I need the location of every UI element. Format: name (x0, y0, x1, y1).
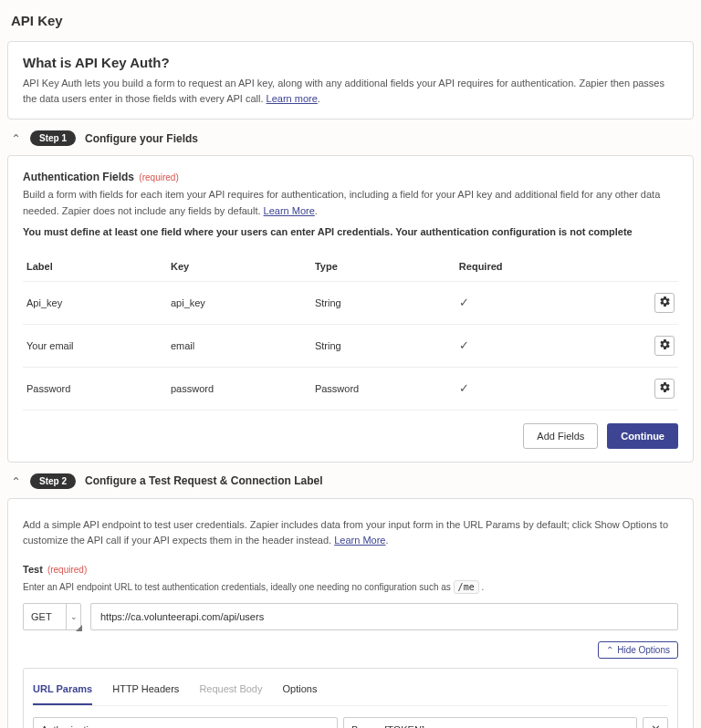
step1-header: ⌄ Step 1 Configure your Fields (7, 130, 694, 155)
field-key: email (167, 324, 311, 367)
field-label: Api_key (23, 281, 167, 324)
method-select[interactable]: GET ⌄ (23, 603, 81, 630)
test-desc-pre: Enter an API endpoint URL to test authen… (23, 582, 451, 592)
hide-options-label: Hide Options (617, 645, 670, 655)
test-heading: Test (23, 564, 43, 575)
check-icon: ✓ (459, 296, 469, 309)
add-fields-button[interactable]: Add Fields (523, 423, 598, 449)
gear-button[interactable] (654, 379, 675, 399)
tab-options[interactable]: Options (282, 678, 317, 705)
step1-title: Configure your Fields (85, 132, 198, 145)
request-row: GET ⌄ (23, 603, 678, 630)
test-desc: Enter an API endpoint URL to test authen… (23, 580, 678, 594)
method-value: GET (31, 611, 52, 622)
intro-title: What is API Key Auth? (23, 55, 678, 70)
remove-param-button[interactable]: ✕ (643, 717, 668, 728)
field-type: String (311, 324, 455, 367)
url-input[interactable] (90, 603, 678, 630)
step2-learn-more-link[interactable]: Learn More (334, 535, 385, 546)
check-icon: ✓ (459, 338, 469, 352)
gear-button[interactable] (654, 293, 675, 313)
step1-pill: Step 1 (30, 130, 76, 146)
chevron-down-icon[interactable]: ⌄ (11, 474, 21, 488)
param-value-input[interactable]: Bearer [TOKEN] (343, 717, 637, 728)
tab-http-headers[interactable]: HTTP Headers (112, 678, 179, 705)
chevron-up-icon: ⌃ (606, 645, 613, 655)
field-label: Password (23, 367, 167, 410)
step1-buttons: Add Fields Continue (23, 423, 678, 449)
table-row: Your emailemailString✓ (23, 324, 678, 367)
required-tag: (required) (47, 565, 87, 575)
field-type: Password (311, 367, 455, 410)
resize-handle-icon[interactable] (76, 625, 82, 631)
gear-icon (659, 296, 671, 309)
col-required: Required (455, 255, 612, 282)
field-label: Your email (23, 324, 167, 367)
tab-request-body[interactable]: Request Body (199, 678, 262, 705)
step2-pill: Step 2 (30, 473, 76, 489)
field-key: password (167, 367, 311, 410)
page-title: API Key (11, 13, 694, 28)
me-chip: /me (454, 580, 479, 594)
auth-fields-desc1: Build a form with fields for each item y… (23, 187, 678, 219)
field-key: api_key (167, 281, 311, 324)
check-icon: ✓ (459, 381, 469, 395)
intro-learn-more-link[interactable]: Learn more (267, 93, 318, 104)
table-row: PasswordpasswordPassword✓ (23, 367, 678, 410)
step2-title: Configure a Test Request & Connection La… (85, 474, 322, 487)
step2-section: ⌄ Step 2 Configure a Test Request & Conn… (7, 473, 694, 728)
gear-button[interactable] (654, 336, 675, 356)
intro-body: API Key Auth lets you build a form to re… (23, 78, 664, 104)
param-key-input[interactable]: Authorization (33, 717, 338, 728)
col-key: Key (167, 255, 311, 282)
col-label: Label (23, 255, 167, 282)
col-type: Type (311, 255, 455, 282)
step2-desc: Add a simple API endpoint to test user c… (23, 517, 678, 549)
auth-fields-desc2: You must define at least one field where… (23, 224, 678, 241)
hide-options-button[interactable]: ⌃ Hide Options (598, 641, 678, 659)
gear-icon (659, 338, 671, 352)
chevron-down-icon[interactable]: ⌄ (11, 131, 21, 145)
param-row: AuthorizationBearer [TOKEN]✕ (33, 717, 668, 728)
intro-text: API Key Auth lets you build a form to re… (23, 76, 678, 106)
fields-table: Label Key Type Required Api_keyapi_keySt… (23, 255, 678, 411)
intro-card: What is API Key Auth? API Key Auth lets … (7, 41, 694, 120)
tabs: URL Params HTTP Headers Request Body Opt… (33, 678, 668, 706)
auth-fields-heading: Authentication Fields (23, 171, 134, 183)
step2-header: ⌄ Step 2 Configure a Test Request & Conn… (7, 473, 694, 498)
step1-body: Authentication Fields (required) Build a… (7, 155, 694, 463)
close-icon: ✕ (651, 723, 661, 728)
required-tag: (required) (139, 172, 178, 182)
desc1-text: Build a form with fields for each item y… (23, 189, 660, 216)
options-panel: URL Params HTTP Headers Request Body Opt… (23, 668, 678, 728)
gear-icon (659, 381, 671, 395)
step1-learn-more-link[interactable]: Learn More (264, 205, 315, 216)
continue-button[interactable]: Continue (607, 423, 678, 449)
tab-url-params[interactable]: URL Params (33, 678, 92, 705)
step2-body: Add a simple API endpoint to test user c… (7, 498, 694, 728)
field-type: String (311, 281, 455, 324)
table-row: Api_keyapi_keyString✓ (23, 281, 678, 324)
step1-section: ⌄ Step 1 Configure your Fields Authentic… (7, 130, 694, 463)
